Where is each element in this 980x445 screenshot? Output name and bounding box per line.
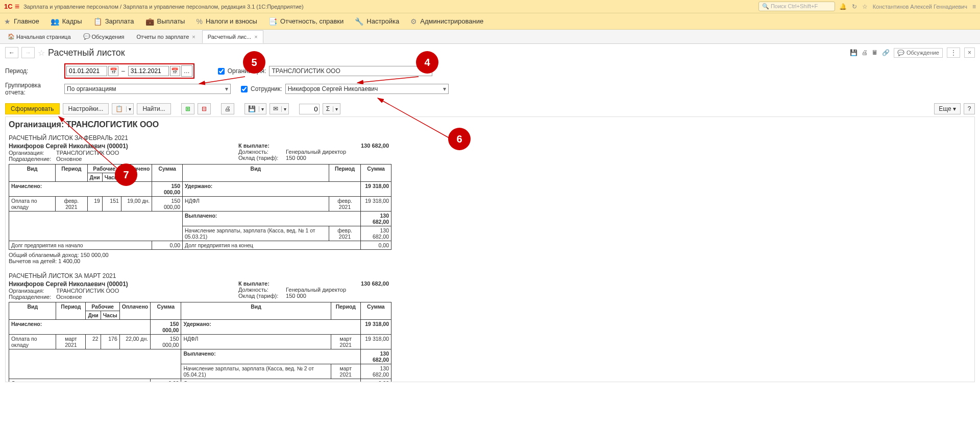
tabbar: 🏠 Начальная страница 💬 Обсуждения Отчеты… <box>0 30 980 44</box>
doc-icon: 📑 <box>268 17 277 26</box>
copy-icon: 📋 <box>112 105 126 112</box>
menu-admin[interactable]: ⚙Администрирование <box>410 17 483 26</box>
tab-discuss[interactable]: 💬 Обсуждения <box>78 30 130 43</box>
payslip-title: РАСЧЕТНЫЙ ЛИСТОК ЗА ФЕВРАЛЬ 2021 <box>9 134 971 142</box>
calendar-icon[interactable]: 📅 <box>170 66 180 76</box>
save-split-button[interactable]: 💾▾ <box>244 103 266 114</box>
collapse-all-icon[interactable]: ⊟ <box>198 103 211 114</box>
top-icons: 🔔 ↻ ☆ Константинов Алексей Геннадиевич ≡ <box>839 3 976 10</box>
date-separator: – <box>119 67 127 75</box>
kebab-menu[interactable]: ⋮ <box>947 48 960 58</box>
date-from-input[interactable] <box>66 66 107 76</box>
org-header: Организация: ТРАНСЛОГИСТИК ООО <box>9 120 971 129</box>
callout-6: 6 <box>448 128 471 150</box>
username[interactable]: Константинов Алексей Геннадиевич <box>873 4 967 10</box>
sigma-button[interactable]: Σ▾ <box>323 103 340 114</box>
sigma-icon: Σ <box>323 105 333 112</box>
find-button[interactable]: Найти... <box>137 103 170 114</box>
favorite-star-icon[interactable]: ☆ <box>38 48 45 58</box>
callout-4: 4 <box>416 51 438 74</box>
close-icon[interactable]: × <box>192 34 195 40</box>
home-icon: 🏠 <box>8 33 15 40</box>
close-page[interactable]: × <box>964 48 975 58</box>
filters: Период: 📅 – 📅 … Организация: ТРАНСЛОГИСТ… <box>0 61 980 101</box>
grouping-select[interactable]: По организациям <box>64 84 231 94</box>
emp-select[interactable]: Никифоров Сергей Николаевич <box>285 84 449 94</box>
menu-nastroyka[interactable]: 🔧Настройка <box>355 17 399 26</box>
calendar-icon[interactable]: 📅 <box>108 66 118 76</box>
chat-icon: 💬 <box>897 50 904 56</box>
org-select[interactable]: ТРАНСЛОГИСТИК ООО <box>269 66 432 76</box>
search-input[interactable]: 🔍 Поиск Ctrl+Shift+F <box>758 2 835 11</box>
print-icon[interactable]: 🖨 <box>862 49 868 56</box>
menu-vyplaty[interactable]: 💼Выплаты <box>145 17 185 26</box>
tab-payslip[interactable]: Расчетный лис...× <box>202 30 263 43</box>
date-to-input[interactable] <box>128 66 169 76</box>
star-menu-icon: ★ <box>4 17 11 26</box>
save-icon[interactable]: 💾 <box>850 49 857 56</box>
people-icon: 👥 <box>51 17 59 26</box>
more-button[interactable]: Еще ▾ <box>934 103 961 114</box>
menu-kadry[interactable]: 👥Кадры <box>51 17 82 26</box>
grouping-label: Группировка отчета: <box>5 82 61 96</box>
mail-split-button[interactable]: ✉▾ <box>270 103 289 114</box>
calendar-icon: 📋 <box>93 17 102 26</box>
print-icon[interactable]: 🖨 <box>221 103 234 114</box>
nav-back[interactable]: ← <box>5 47 18 58</box>
menu-zarplata[interactable]: 📋Зарплата <box>93 17 134 26</box>
expand-all-icon[interactable]: ⊞ <box>181 103 194 114</box>
period-picker-button[interactable]: … <box>181 65 192 77</box>
period-box: 📅 – 📅 … <box>64 63 194 79</box>
app-title: Зарплата и управление персоналом / Зарпл… <box>23 4 758 10</box>
topbar: 1C ≡ Зарплата и управление персоналом / … <box>0 0 980 13</box>
report-toolbar: Сформировать Настройки... 📋▾ Найти... ⊞ … <box>0 101 980 116</box>
wallet-icon: 💼 <box>145 17 154 26</box>
calc-icon[interactable]: 🖩 <box>872 49 878 56</box>
payslip-title: РАСЧЕТНЫЙ ЛИСТОК ЗА МАРТ 2021 <box>9 272 971 279</box>
report-area[interactable]: Организация: ТРАНСЛОГИСТИК ОООРАСЧЕТНЫЙ … <box>5 116 975 382</box>
menu-main[interactable]: ★Главное <box>4 17 39 26</box>
callout-7: 7 <box>115 163 137 186</box>
payslip-table: ВидПериодРабочиеОплаченоСуммаВидПериодСу… <box>9 164 391 250</box>
mail-icon: ✉ <box>270 105 281 112</box>
menu-nalogi[interactable]: %Налоги и взносы <box>196 17 257 26</box>
tab-start[interactable]: 🏠 Начальная страница <box>2 30 77 43</box>
settings-button[interactable]: Настройки... <box>63 103 109 114</box>
link-icon[interactable]: 🔗 <box>882 49 890 56</box>
percent-icon: % <box>196 17 202 26</box>
star-icon[interactable]: ☆ <box>862 3 868 10</box>
generate-button[interactable]: Сформировать <box>5 103 60 114</box>
emp-label: Сотрудник: <box>251 85 282 92</box>
zoom-input[interactable] <box>299 104 320 114</box>
discuss-button[interactable]: 💬Обсуждение <box>894 48 943 58</box>
callout-5: 5 <box>243 51 265 74</box>
variants-button[interactable]: 📋▾ <box>112 103 134 114</box>
tab-reports[interactable]: Отчеты по зарплате× <box>131 30 201 43</box>
close-icon[interactable]: × <box>254 34 257 40</box>
payslip-block: РАСЧЕТНЫЙ ЛИСТОК ЗА ФЕВРАЛЬ 2021Никифоро… <box>9 134 971 264</box>
menu-otchetnost[interactable]: 📑Отчетность, справки <box>268 17 344 26</box>
page-title: Расчетный листок <box>48 48 125 58</box>
logo-1c: 1C <box>4 3 13 10</box>
employee-name: Никифоров Сергей Николаевич (00001) <box>9 280 238 288</box>
payslip-block: РАСЧЕТНЫЙ ЛИСТОК ЗА МАРТ 2021Никифоров С… <box>9 272 971 382</box>
emp-checkbox[interactable] <box>241 86 248 92</box>
history-icon[interactable]: ↻ <box>852 3 857 10</box>
wrench-icon: 🔧 <box>355 17 363 26</box>
payslip-table: ВидПериодРабочиеОплаченоСуммаВидПериодСу… <box>9 302 391 382</box>
org-checkbox[interactable] <box>218 68 225 75</box>
menu-equals-icon[interactable]: ≡ <box>972 3 976 10</box>
diskette-icon: 💾 <box>245 105 259 112</box>
chat-icon: 💬 <box>83 33 90 40</box>
page-header: ← → ☆ Расчетный листок 💾 🖨 🖩 🔗 💬Обсужден… <box>0 44 980 61</box>
period-label: Период: <box>5 67 61 75</box>
nav-fwd[interactable]: → <box>21 47 35 58</box>
help-button[interactable]: ? <box>964 103 975 114</box>
main-menu: ★Главное 👥Кадры 📋Зарплата 💼Выплаты %Нало… <box>0 13 980 30</box>
bell-icon[interactable]: 🔔 <box>839 3 847 10</box>
hamburger-icon[interactable]: ≡ <box>15 2 19 11</box>
employee-name: Никифоров Сергей Николаевич (00001) <box>9 143 238 150</box>
gear-icon: ⚙ <box>410 17 417 26</box>
